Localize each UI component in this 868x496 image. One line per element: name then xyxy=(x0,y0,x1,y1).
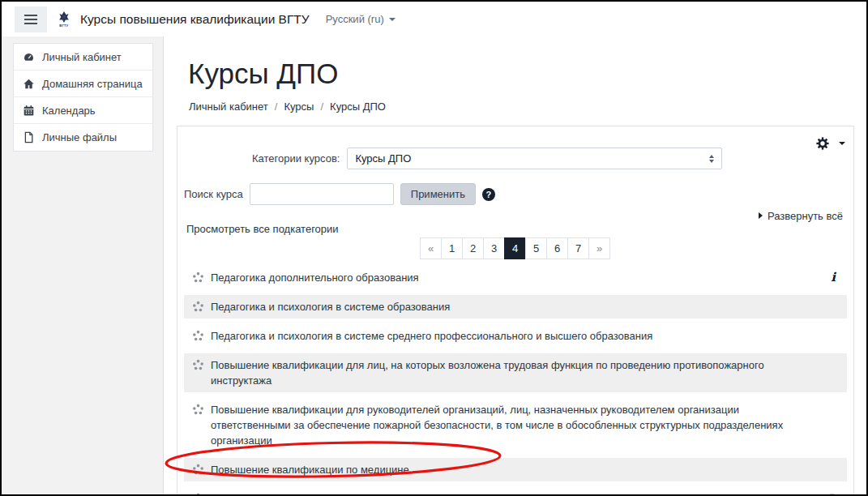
pagination-page-6[interactable]: 6 xyxy=(546,237,568,259)
pagination-page-3[interactable]: 3 xyxy=(483,237,505,259)
course-category-list: Педагогика дополнительного образования i… xyxy=(184,266,847,496)
page-title: Курсы ДПО xyxy=(188,58,866,90)
file-icon xyxy=(23,131,35,143)
course-category-icon xyxy=(192,404,204,416)
list-item-annotated: Повышение цифровой грамотности сотрудник… xyxy=(184,487,847,496)
home-icon xyxy=(23,78,35,90)
help-icon[interactable]: ? xyxy=(482,188,495,201)
course-category-icon xyxy=(192,301,204,313)
course-category-link[interactable]: Повышение цифровой грамотности сотрудник… xyxy=(211,491,518,496)
pagination-page-1[interactable]: 1 xyxy=(441,237,463,259)
sidebar-item-label: Личные файлы xyxy=(42,131,117,143)
sidebar-item-dashboard[interactable]: Личный кабинет xyxy=(14,44,152,71)
course-category-icon xyxy=(192,464,204,476)
dashboard-icon xyxy=(23,51,35,63)
logo-caption: ВГТУ xyxy=(59,24,68,28)
pagination-page-7[interactable]: 7 xyxy=(567,237,589,259)
course-category-link[interactable]: Педагогика и психология в системе средне… xyxy=(211,328,652,344)
university-emblem-icon xyxy=(58,11,71,24)
sidebar-item-label: Домашняя страница xyxy=(42,78,143,90)
course-category-icon xyxy=(192,330,204,342)
course-category-panel: Категории курсов: Курсы ДПО Поиск курса … xyxy=(177,126,854,496)
language-label: Русский (ru) xyxy=(326,13,384,25)
sidebar-item-label: Личный кабинет xyxy=(42,51,122,63)
course-category-link[interactable]: Педагогика и психология в системе образо… xyxy=(211,299,450,314)
settings-menu[interactable] xyxy=(815,136,845,151)
course-search: Поиск курса Применить ? xyxy=(184,183,847,205)
course-category-link[interactable]: Педагогика дополнительного образования xyxy=(211,270,419,285)
category-filter: Категории курсов: Курсы ДПО xyxy=(252,148,847,169)
select-updown-icon xyxy=(709,155,714,163)
info-icon[interactable]: i xyxy=(831,270,836,285)
breadcrumb-separator: / xyxy=(320,100,323,113)
search-input[interactable] xyxy=(250,183,394,205)
course-category-icon xyxy=(192,272,204,284)
site-logo[interactable]: ВГТУ xyxy=(56,11,72,28)
list-item: Повышение квалификации по медицине xyxy=(184,458,847,481)
sidebar-item-label: Календарь xyxy=(42,105,96,117)
list-item: Повышение квалификации для руководителей… xyxy=(184,398,847,452)
pagination-page-4-active[interactable]: 4 xyxy=(504,237,526,259)
site-title: Курсы повышения квалификации ВГТУ xyxy=(80,12,310,27)
category-select[interactable]: Курсы ДПО xyxy=(347,148,722,169)
chevron-down-icon xyxy=(389,18,396,21)
list-item: Педагогика и психология в системе средне… xyxy=(184,324,847,348)
sidebar-item-calendar[interactable]: Календарь xyxy=(14,97,152,124)
nav-drawer: Личный кабинет Домашняя страница xyxy=(2,36,164,494)
gear-icon xyxy=(815,136,830,151)
expand-all-link[interactable]: Развернуть всё xyxy=(759,210,843,222)
category-select-value: Курсы ДПО xyxy=(355,152,411,165)
course-category-link[interactable]: Повышение квалификации для лиц, на котор… xyxy=(211,357,798,388)
pagination-page-2[interactable]: 2 xyxy=(462,237,484,259)
self-enrolment-icon[interactable] xyxy=(823,491,836,496)
language-selector[interactable]: Русский (ru) xyxy=(326,13,396,25)
course-category-icon xyxy=(192,359,204,371)
apply-button[interactable]: Применить xyxy=(400,183,476,205)
breadcrumb-separator: / xyxy=(275,100,278,113)
app-window: ВГТУ Курсы повышения квалификации ВГТУ Р… xyxy=(0,0,868,496)
course-category-link[interactable]: Повышение квалификации по медицине xyxy=(211,462,409,477)
view-all-subcategories-link[interactable]: Просмотреть все подкатегории xyxy=(186,223,339,235)
sidebar-item-home[interactable]: Домашняя страница xyxy=(14,71,152,97)
triangle-right-icon xyxy=(759,212,763,219)
pagination-next[interactable]: » xyxy=(588,237,610,259)
breadcrumb-dashboard[interactable]: Личный кабинет xyxy=(189,100,268,113)
course-category-icon xyxy=(192,493,204,496)
breadcrumb-courses[interactable]: Курсы xyxy=(284,100,314,113)
pagination-prev[interactable]: « xyxy=(420,237,442,259)
list-item: Повышение квалификации для лиц, на котор… xyxy=(184,353,847,392)
category-select-label: Категории курсов: xyxy=(252,152,340,165)
sidebar-item-private-files[interactable]: Личные файлы xyxy=(14,124,152,151)
hamburger-menu-icon[interactable] xyxy=(15,6,47,32)
list-item: Педагогика и психология в системе образо… xyxy=(184,295,847,319)
view-subcategories-row: Просмотреть все подкатегории xyxy=(186,223,847,235)
expand-all-row: Развернуть всё xyxy=(184,209,843,222)
nav-menu: Личный кабинет Домашняя страница xyxy=(13,43,153,152)
pagination: « 1 2 3 4 5 6 7 » xyxy=(184,237,847,259)
top-navbar: ВГТУ Курсы повышения квалификации ВГТУ Р… xyxy=(2,2,866,36)
breadcrumb: Личный кабинет / Курсы / Курсы ДПО xyxy=(189,100,866,113)
chevron-down-icon xyxy=(839,142,845,145)
course-category-link[interactable]: Повышение квалификации для руководителей… xyxy=(211,402,798,448)
expand-all-label: Развернуть всё xyxy=(768,210,843,222)
list-item: Педагогика дополнительного образования i xyxy=(184,266,847,289)
pagination-page-5[interactable]: 5 xyxy=(525,237,547,259)
calendar-icon xyxy=(23,105,35,117)
search-label: Поиск курса xyxy=(184,188,243,200)
breadcrumb-current: Курсы ДПО xyxy=(330,100,386,113)
main-content: Курсы ДПО Личный кабинет / Курсы / Курсы… xyxy=(164,36,866,494)
